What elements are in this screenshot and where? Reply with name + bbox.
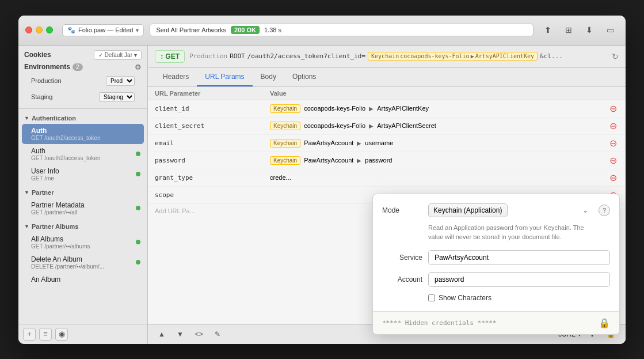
url-display: Production ROOT /oauth2/access_token?cli… xyxy=(189,52,605,61)
arrow-icon: ▶ xyxy=(369,105,374,112)
triangle-icon: ▼ xyxy=(24,190,29,195)
col-header-value: Value xyxy=(270,90,619,97)
default-jar-button[interactable]: ✓ Default Jar ▾ xyxy=(94,50,142,60)
keychain-tag-client: Keychain cocoapods-keys-Folio ▶ ArtsyAPI… xyxy=(368,52,538,61)
keychain-key: username xyxy=(365,139,393,146)
display-button[interactable]: ▭ xyxy=(601,22,619,38)
sidebar-item-delete-album[interactable]: Delete An Album DELETE /partner/▪▪/album… xyxy=(18,252,147,273)
environments-label: Environments xyxy=(24,63,70,71)
sidebar-item-user-info[interactable]: User Info GET /me xyxy=(18,164,147,184)
arrow-icon: ▶ xyxy=(369,123,374,129)
partner-albums-section: ▼ Partner Albums All Albums GET /partner… xyxy=(18,221,147,286)
reload-button[interactable]: ↻ xyxy=(612,52,619,61)
sidebar-item-partner-metadata[interactable]: Partner Metadata GET /partner/▪▪/all xyxy=(18,198,147,218)
tab-url-params[interactable]: URL Params xyxy=(197,68,252,86)
keychain-dropdown: Mode Keychain (Application) ? Rea xyxy=(372,194,620,335)
authentication-section-header[interactable]: ▼ Authentication xyxy=(18,112,147,124)
remove-param-button[interactable]: ⊖ xyxy=(607,155,619,166)
remove-param-button[interactable]: ⊖ xyxy=(607,172,619,183)
status-dot-partner xyxy=(136,206,140,210)
sidebar-item-an-album[interactable]: An Album xyxy=(18,273,147,286)
method-badge: ↕ GET xyxy=(155,50,185,63)
mode-select[interactable]: Keychain (Application) xyxy=(428,203,508,217)
edit-button[interactable]: ✎ xyxy=(211,329,224,339)
env-production: Production Prod xyxy=(24,74,142,88)
account-input[interactable] xyxy=(428,272,610,287)
scroll-down-button[interactable]: ▼ xyxy=(173,329,187,339)
auth-path: GET /oauth2/access_token xyxy=(31,155,132,161)
table-row: email Keychain PawArtsyAccount ▶ usernam… xyxy=(148,135,626,152)
param-val-client-id: Keychain cocoapods-keys-Folio ▶ ArtsyAPI… xyxy=(270,104,607,113)
tab-body[interactable]: Body xyxy=(253,68,284,86)
auth-info: Auth GET /oauth2/access_token xyxy=(31,147,132,161)
sidebar-item-all-albums[interactable]: All Albums GET /partner/▪▪/albums xyxy=(18,232,147,252)
url-suffix: &cl... xyxy=(540,52,563,60)
file-title-pill[interactable]: 🐾 Folio.paw — Edited ▾ xyxy=(62,24,144,36)
scroll-up-button[interactable]: ▲ xyxy=(155,329,169,339)
right-panel: ↕ GET Production ROOT /oauth2/access_tok… xyxy=(148,46,626,344)
remove-param-button[interactable]: ⊖ xyxy=(607,138,619,149)
layout-button[interactable]: ⊞ xyxy=(560,22,577,38)
all-albums-info: All Albums GET /partner/▪▪/albums xyxy=(31,235,132,250)
tab-options[interactable]: Options xyxy=(284,68,324,86)
list-view-button[interactable]: ≡ xyxy=(39,328,52,341)
sidebar-content: ▼ Authentication Auth GET /oauth2/access… xyxy=(18,109,147,324)
keychain-service: cocoapods-keys-Folio xyxy=(304,122,365,129)
remove-param-button[interactable]: ⊖ xyxy=(607,120,619,131)
content-area: URL Parameter Value client_id Keychain c… xyxy=(148,87,626,344)
service-input[interactable] xyxy=(428,250,610,265)
user-info-name: User Info xyxy=(31,167,132,175)
keychain-service: PawArtsyAccount xyxy=(304,139,353,146)
triangle-icon: ▼ xyxy=(24,224,29,229)
service-row: Service xyxy=(382,250,610,265)
auth-active-name: Auth xyxy=(31,127,139,135)
traffic-lights xyxy=(25,27,53,33)
param-key-password: password xyxy=(155,157,270,164)
maximize-button[interactable] xyxy=(46,27,53,33)
auth-active-path: GET /oauth2/access_token xyxy=(31,135,139,141)
production-select[interactable]: Prod xyxy=(106,76,135,86)
partner-label: Partner xyxy=(32,189,54,196)
remove-param-button[interactable]: ⊖ xyxy=(607,103,619,114)
status-dot-albums xyxy=(136,240,140,244)
show-chars-checkbox[interactable] xyxy=(428,294,435,301)
record-button[interactable]: ◉ xyxy=(55,328,68,341)
status-pill: Sent All Partner Artworks 200 OK 1.38 s xyxy=(150,24,534,36)
partner-section: ▼ Partner Partner Metadata GET /partner/… xyxy=(18,187,147,218)
account-row: Account xyxy=(382,272,610,287)
forward-button[interactable]: ⬇ xyxy=(581,22,598,38)
partner-albums-header[interactable]: ▼ Partner Albums xyxy=(18,221,147,232)
partner-section-header[interactable]: ▼ Partner xyxy=(18,187,147,198)
show-chars-label: Show Characters xyxy=(439,294,491,302)
grant-type-value: crede... xyxy=(270,174,291,181)
main-layout: Cookies ✓ Default Jar ▾ Environments 2 ⚙… xyxy=(18,46,626,344)
an-album-info: An Album xyxy=(31,275,140,284)
environments-row: Environments 2 ⚙ xyxy=(24,63,142,71)
tab-headers[interactable]: Headers xyxy=(155,68,197,86)
delete-album-path: DELETE /partner/▪▪/album/... xyxy=(31,263,132,270)
minimize-button[interactable] xyxy=(36,27,43,33)
share-button[interactable]: ⬆ xyxy=(539,22,557,38)
staging-select[interactable]: Staging xyxy=(99,92,135,102)
sidebar-item-auth-active[interactable]: Auth GET /oauth2/access_token xyxy=(22,124,144,144)
url-root: ROOT xyxy=(230,52,245,60)
help-icon: ? xyxy=(603,207,606,214)
help-button[interactable]: ? xyxy=(599,205,610,216)
sidebar-item-auth[interactable]: Auth GET /oauth2/access_token xyxy=(18,144,147,164)
triangle-icon: ▼ xyxy=(24,115,29,121)
lock-icon: 🔒 xyxy=(599,318,610,328)
hidden-credentials: ***** Hidden credentials ***** xyxy=(382,319,497,327)
paw-icon: 🐾 xyxy=(67,27,75,34)
mode-row: Mode Keychain (Application) ? xyxy=(382,203,610,217)
user-info-path: GET /me xyxy=(31,175,132,182)
url-bar: ↕ GET Production ROOT /oauth2/access_tok… xyxy=(148,46,626,68)
mode-select-wrapper: Keychain (Application) xyxy=(428,203,593,217)
chevron-down-icon: ▾ xyxy=(134,52,137,58)
gear-icon[interactable]: ⚙ xyxy=(135,63,142,71)
close-button[interactable] xyxy=(25,27,32,33)
code-view-button[interactable]: <> xyxy=(192,329,207,339)
add-request-button[interactable]: + xyxy=(23,328,36,341)
table-row: client_id Keychain cocoapods-keys-Folio … xyxy=(148,100,626,118)
keychain-key: ArtsyAPIClientSecret xyxy=(377,122,436,129)
status-dot xyxy=(136,152,140,156)
